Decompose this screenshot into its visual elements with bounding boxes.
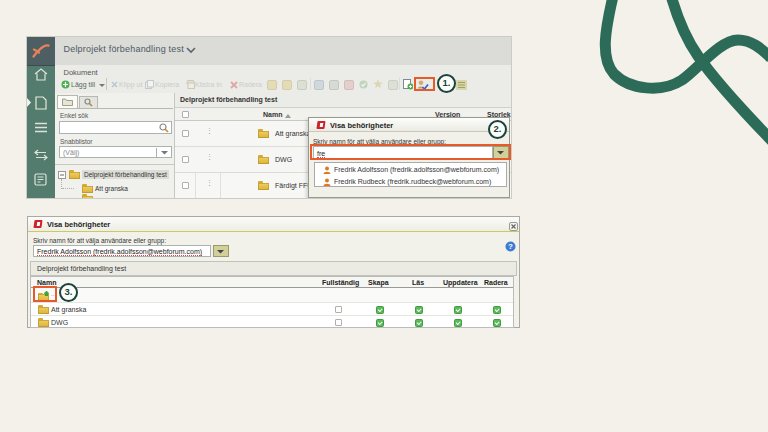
svg-text:?: ?	[508, 242, 513, 251]
